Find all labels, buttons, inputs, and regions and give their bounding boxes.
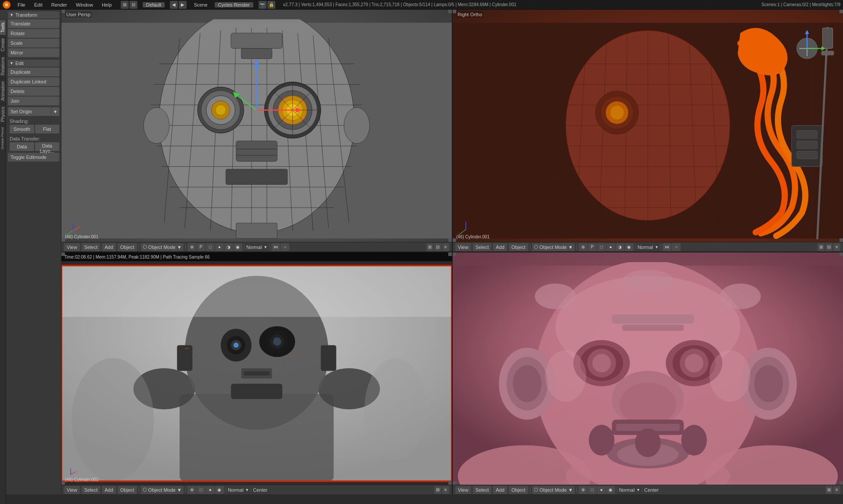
corner-resize-tr-tr[interactable] xyxy=(839,10,843,13)
smooth-button[interactable]: Smooth xyxy=(10,125,34,133)
vtab-relations[interactable]: Relations xyxy=(0,54,6,78)
global-local-btn[interactable]: ⊕ xyxy=(187,243,196,251)
duplicate-linked-button[interactable]: Duplicate Linked xyxy=(8,77,59,86)
vp-tr-select-btn[interactable]: Select xyxy=(473,243,492,251)
icon-r3[interactable]: ≡ xyxy=(442,243,449,251)
flat-button[interactable]: Flat xyxy=(35,125,60,133)
bl-icon2[interactable]: □ xyxy=(197,486,205,494)
snap-btn[interactable]: ⋈ xyxy=(271,243,280,251)
render-engine[interactable]: Cycles Render xyxy=(215,2,253,7)
vp-tr-mode[interactable]: ⬡ Object Mode ▼ xyxy=(532,243,575,251)
bl-icon1[interactable]: ⊕ xyxy=(187,486,196,494)
br-icon4[interactable]: ◉ xyxy=(606,486,615,494)
menu-help[interactable]: Help xyxy=(100,2,114,7)
corner-resize-br[interactable] xyxy=(448,238,452,242)
corner-resize-br-bl[interactable] xyxy=(453,481,456,485)
bl-r1[interactable]: ⊞ xyxy=(434,486,441,494)
scene-manage-1[interactable]: ◀ xyxy=(170,1,178,9)
vp-br-add-btn[interactable]: Add xyxy=(493,486,507,494)
corner-resize-bl-bl[interactable] xyxy=(61,481,65,485)
icon-r2[interactable]: ⊟ xyxy=(434,243,441,251)
join-button[interactable]: Join xyxy=(8,97,59,105)
vp-br-select-btn[interactable]: Select xyxy=(473,486,492,494)
vtab-physics[interactable]: Physics xyxy=(0,104,6,124)
corner-resize-tl[interactable] xyxy=(61,10,65,13)
workspace-selector[interactable]: Default xyxy=(143,2,165,7)
corner-resize-bl[interactable] xyxy=(61,238,65,242)
tr-icon5[interactable]: ◑ xyxy=(616,243,624,251)
perspective-btn[interactable]: P xyxy=(197,243,205,251)
corner-resize-br-tl[interactable] xyxy=(453,252,456,256)
corner-resize-tr[interactable] xyxy=(448,10,452,13)
viewport-topleft[interactable]: User Persp (46) Cylinder.001 X Z Y View … xyxy=(61,10,452,252)
duplicate-button[interactable]: Duplicate xyxy=(8,68,59,76)
vp-tr-view-btn[interactable]: View xyxy=(455,243,471,251)
tr-icon1[interactable]: ⊕ xyxy=(579,243,587,251)
translate-button[interactable]: Translate xyxy=(8,19,59,28)
corner-resize-br-tr[interactable] xyxy=(839,252,843,256)
set-origin-arrow-button[interactable]: ▼ xyxy=(51,107,59,116)
vp-topleft-add-btn[interactable]: Add xyxy=(102,243,116,251)
tr-icon6[interactable]: ◉ xyxy=(625,243,634,251)
br-r1[interactable]: ⊞ xyxy=(825,486,832,494)
corner-resize-bl-tl[interactable] xyxy=(61,252,65,256)
rotate-button[interactable]: Rotate xyxy=(8,29,59,38)
tr-icon2[interactable]: P xyxy=(588,243,597,251)
corner-resize-tr-br[interactable] xyxy=(839,238,843,242)
vtab-tools[interactable]: Tools xyxy=(0,19,6,35)
vp-tr-object-btn[interactable]: Object xyxy=(509,243,528,251)
vp-tr-add-btn[interactable]: Add xyxy=(493,243,507,251)
tr-icon4[interactable]: ● xyxy=(606,243,615,251)
vtab-create[interactable]: Create xyxy=(0,35,6,54)
render-btn[interactable]: ◉ xyxy=(234,243,242,251)
menu-file[interactable]: File xyxy=(16,2,27,7)
workspace-icon-1[interactable]: ⊞ xyxy=(121,1,129,9)
br-icon3[interactable]: ● xyxy=(597,486,606,494)
data-layo-button[interactable]: Data Layo... xyxy=(35,142,60,151)
vp-topleft-select-btn[interactable]: Select xyxy=(82,243,101,251)
vp-bl-add-btn[interactable]: Add xyxy=(102,486,116,494)
corner-resize-br-br[interactable] xyxy=(839,481,843,485)
tr-snap[interactable]: ⋈ xyxy=(663,243,671,251)
tr-icon3[interactable]: □ xyxy=(597,243,606,251)
vp-topleft-view-btn[interactable]: View xyxy=(64,243,80,251)
mirror-button[interactable]: Mirror xyxy=(8,48,59,57)
tr-r2[interactable]: ⊟ xyxy=(825,243,832,251)
vp-br-mode[interactable]: ⬡ Object Mode ▼ xyxy=(532,486,575,494)
br-r2[interactable]: ≡ xyxy=(833,486,840,494)
vp-topleft-mode[interactable]: ⬡ Object Mode ▼ xyxy=(141,243,184,251)
vp-bl-object-btn[interactable]: Object xyxy=(118,486,137,494)
vp-topleft-object-btn[interactable]: Object xyxy=(118,243,137,251)
render-lock-icon[interactable]: 🔒 xyxy=(267,1,275,9)
solid-btn[interactable]: ● xyxy=(215,243,224,251)
viewport-bottomleft[interactable]: Time:02:08.62 | Mem:1157.94M, Peak:1182.… xyxy=(61,252,452,494)
vp-bl-mode[interactable]: ⬡ Object Mode ▼ xyxy=(141,486,184,494)
set-origin-button[interactable]: Set Origin xyxy=(8,107,51,116)
edit-section-header[interactable]: ▼ Edit xyxy=(8,60,59,67)
menu-window[interactable]: Window xyxy=(74,2,95,7)
material-btn[interactable]: ◑ xyxy=(224,243,233,251)
corner-resize-tr-bl[interactable] xyxy=(453,238,456,242)
render-camera-icon[interactable]: 📷 xyxy=(259,1,267,9)
br-icon1[interactable]: ⊕ xyxy=(579,486,587,494)
bl-r2[interactable]: ≡ xyxy=(442,486,449,494)
workspace-icon-2[interactable]: ⊟ xyxy=(130,1,137,9)
br-icon2[interactable]: □ xyxy=(588,486,597,494)
corner-resize-bl-tr[interactable] xyxy=(448,252,452,256)
corner-resize-bl-br[interactable] xyxy=(448,481,452,485)
scene-selector[interactable]: Scene xyxy=(192,2,209,7)
vp-br-view-btn[interactable]: View xyxy=(455,486,471,494)
tr-r1[interactable]: ⊞ xyxy=(818,243,825,251)
bl-icon4[interactable]: ◉ xyxy=(215,486,224,494)
wireframe-btn[interactable]: □ xyxy=(206,243,215,251)
menu-edit[interactable]: Edit xyxy=(32,2,44,7)
menu-render[interactable]: Render xyxy=(50,2,69,7)
toggle-editmode-button[interactable]: Toggle Editmode xyxy=(8,153,59,162)
viewport-bottomright[interactable]: View Select Add Object ⬡ Object Mode ▼ ⊕… xyxy=(453,252,843,494)
vp-bl-select-btn[interactable]: Select xyxy=(82,486,101,494)
tr-r3[interactable]: ≡ xyxy=(833,243,840,251)
vp-br-object-btn[interactable]: Object xyxy=(509,486,528,494)
data-button[interactable]: Data xyxy=(10,142,34,151)
vp-bl-view-btn[interactable]: View xyxy=(64,486,80,494)
tr-prop[interactable]: ○ xyxy=(672,243,681,251)
